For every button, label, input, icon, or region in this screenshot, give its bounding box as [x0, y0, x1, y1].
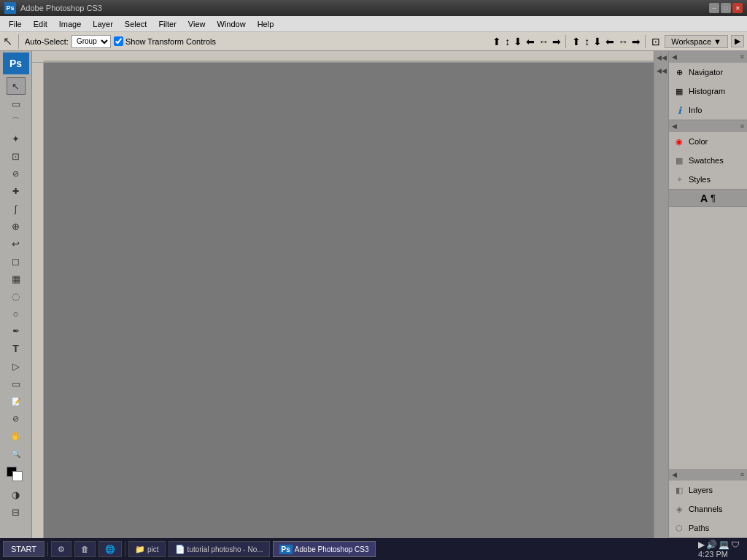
tray-icon2[interactable]: 🔊 [706, 540, 717, 550]
type-btn[interactable]: T [7, 340, 26, 357]
panel-group1-menu-btn[interactable]: ≡ [740, 53, 744, 61]
menu-edit[interactable]: Edit [28, 18, 53, 30]
minimize-button[interactable]: ─ [709, 3, 719, 13]
layers-panel-row[interactable]: Layers [669, 481, 747, 499]
healing-brush-btn[interactable]: ✚ [7, 182, 26, 200]
align-bottom-icon[interactable]: ⬇ [512, 35, 524, 48]
magic-wand-btn[interactable]: ✦ [7, 130, 26, 147]
taskbar-icon2[interactable]: 🗑 [74, 541, 96, 557]
slice-tool-btn[interactable]: ⊘ [7, 165, 26, 182]
zoom-btn[interactable]: 🔍 [7, 445, 26, 462]
distribute-right-icon[interactable]: ➡ [630, 35, 642, 48]
eraser-btn[interactable]: ◻ [7, 252, 26, 270]
panel-group2-collapse-btn[interactable]: ◀ [672, 122, 677, 130]
color-panel-row[interactable]: Color [669, 132, 747, 151]
menu-image[interactable]: Image [53, 18, 88, 30]
channels-panel-row[interactable]: Channels [669, 499, 747, 518]
taskbar-tutorial-item[interactable]: 📄 tutorial photosho - No... [169, 541, 270, 557]
distribute-bottom-icon[interactable]: ⬇ [592, 35, 603, 48]
taskbar-ps-icon: Ps [279, 545, 293, 554]
panel-collapse-right-btn[interactable]: ◀◀ [655, 66, 668, 76]
clone-stamp-btn[interactable]: ⊕ [7, 217, 26, 235]
hand-btn[interactable]: ✋ [7, 427, 26, 445]
histogram-panel-row[interactable]: Histogram [669, 82, 747, 101]
menu-filter[interactable]: Filter [152, 18, 182, 30]
lasso-tool-btn[interactable]: ⌒ [7, 112, 26, 130]
notes-btn[interactable]: 📝 [7, 392, 26, 410]
styles-label: Styles [689, 175, 711, 184]
menu-view[interactable]: View [182, 18, 212, 30]
eyedropper-btn[interactable]: ⊘ [7, 410, 26, 427]
align-left-icon[interactable]: ⬅ [525, 35, 536, 48]
marquee-tool-btn[interactable]: ▭ [7, 95, 26, 112]
navigator-panel-row[interactable]: Navigator [669, 63, 747, 82]
menu-window[interactable]: Window [212, 18, 252, 30]
taskbar-folder-item[interactable]: 📁 pict [128, 541, 166, 557]
maximize-button[interactable]: □ [721, 3, 731, 13]
taskbar-icon1[interactable]: ⚙ [51, 541, 71, 557]
panel-collapse-strip: ◀◀ ◀◀ [654, 51, 668, 538]
distribute-top-icon[interactable]: ⬆ [570, 35, 582, 48]
layers-icon [673, 484, 685, 496]
auto-select-dropdown[interactable]: Group Layer [71, 35, 111, 48]
screen-mode-btn[interactable]: ⊟ [7, 503, 26, 521]
panel-toggle-icon[interactable]: ▶ [731, 35, 744, 47]
taskbar-icon3[interactable]: 🌐 [98, 541, 122, 557]
history-brush-btn[interactable]: ↩ [7, 235, 26, 252]
menu-select[interactable]: Select [119, 18, 153, 30]
dodge-btn[interactable]: ○ [7, 305, 26, 322]
tray-icon4[interactable]: 🛡 [731, 540, 740, 550]
swatches-icon [673, 155, 685, 166]
swatches-panel-row[interactable]: Swatches [669, 151, 747, 170]
gradient-icon: ▦ [12, 273, 20, 284]
panel-group1-collapse-btn[interactable]: ◀ [672, 53, 677, 61]
start-button[interactable]: START [3, 541, 44, 557]
align-vcenter-icon[interactable]: ↕ [503, 35, 511, 48]
navigator-label: Navigator [689, 68, 723, 77]
panel-group3-collapse-btn[interactable]: ◀ [672, 471, 677, 478]
distribute-left-icon[interactable]: ⬅ [604, 35, 616, 48]
paths-panel-row[interactable]: Paths [669, 518, 747, 537]
auto-arrange-icon[interactable]: ⊡ [650, 35, 662, 48]
brush-tool-btn[interactable]: ∫ [7, 200, 26, 217]
canvas-workspace[interactable] [44, 63, 654, 538]
styles-panel-row[interactable]: Styles [669, 170, 747, 189]
taskbar-tutorial-label: tutorial photosho - No... [187, 545, 263, 553]
crop-tool-btn[interactable]: ⊡ [7, 147, 26, 165]
paragraph-icon[interactable]: ¶ [711, 192, 716, 203]
taskbar-photoshop-label: Adobe Photoshop CS3 [295, 545, 369, 553]
info-panel-row[interactable]: Info [669, 101, 747, 120]
navigator-icon [673, 66, 685, 78]
menu-file[interactable]: File [3, 18, 28, 30]
workspace-button[interactable]: Workspace ▼ [665, 35, 728, 48]
close-button[interactable]: ✕ [732, 3, 743, 13]
menu-help[interactable]: Help [252, 18, 280, 30]
menu-layer[interactable]: Layer [87, 18, 119, 30]
show-transform-checkbox[interactable] [114, 36, 123, 46]
panel-collapse-left-btn[interactable]: ◀◀ [655, 52, 668, 63]
character-icon[interactable]: A [700, 192, 708, 204]
lasso-icon: ⌒ [12, 116, 20, 127]
panel-group3-menu-btn[interactable]: ≡ [740, 471, 744, 478]
align-hcenter-icon[interactable]: ↔ [537, 35, 550, 48]
panel-group1: Navigator Histogram Info [669, 63, 747, 120]
align-top-icon[interactable]: ⬆ [491, 35, 503, 48]
gradient-btn[interactable]: ▦ [7, 270, 26, 287]
panel-group1-header: ◀ ≡ [669, 51, 747, 63]
background-color-swatch[interactable] [12, 471, 23, 481]
distribute-vcenter-icon[interactable]: ↕ [583, 35, 591, 48]
taskbar-photoshop-item[interactable]: Ps Adobe Photoshop CS3 [273, 541, 376, 557]
tray-icon3[interactable]: 💻 [719, 540, 729, 550]
tray-icon1[interactable]: ▶ [698, 540, 705, 550]
pen-btn[interactable]: ✒ [7, 322, 26, 340]
shape-btn[interactable]: ▭ [7, 375, 26, 392]
fg-bg-color[interactable] [5, 464, 27, 484]
path-select-btn[interactable]: ▷ [7, 357, 26, 375]
blur-btn[interactable]: ◌ [7, 287, 26, 305]
distribute-hcenter-icon[interactable]: ↔ [616, 35, 630, 48]
quick-mask-btn[interactable]: ◑ [7, 486, 26, 503]
align-right-icon[interactable]: ➡ [551, 35, 562, 48]
panel-group2-menu-btn[interactable]: ≡ [740, 122, 744, 130]
move-tool-icon[interactable]: ↖ [3, 34, 12, 48]
move-tool-btn[interactable] [7, 77, 26, 95]
